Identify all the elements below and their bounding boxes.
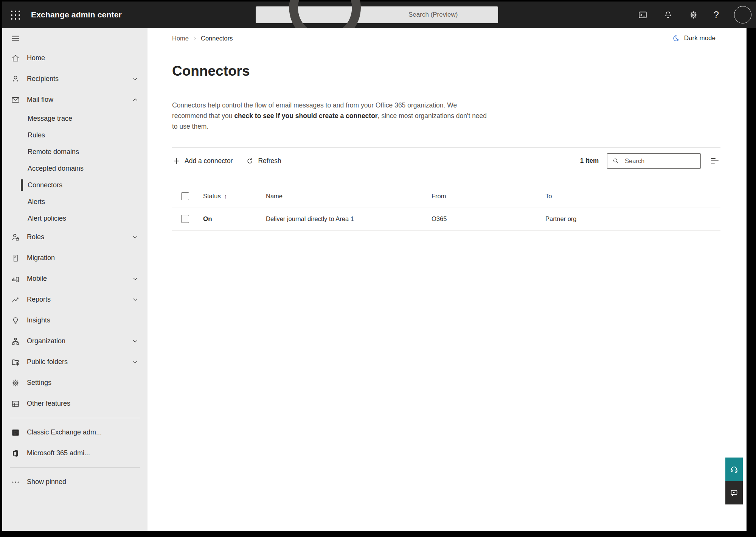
- chevron-down-icon[interactable]: [131, 296, 139, 304]
- sidebar-item-organization[interactable]: Organization: [2, 331, 147, 352]
- sidebar-item-connectors-selected[interactable]: Connectors: [2, 177, 147, 193]
- sidebar-item-reports[interactable]: Reports: [2, 289, 147, 310]
- ellipsis-icon: [11, 477, 20, 487]
- sidebar-item-public-folders[interactable]: Public folders: [2, 352, 147, 372]
- sidebar-item-label: Rules: [28, 131, 45, 139]
- person-icon: [11, 74, 20, 84]
- sidebar-item-label: Public folders: [27, 358, 68, 366]
- chevron-down-icon[interactable]: [131, 75, 139, 83]
- settings-gear-icon[interactable]: [688, 10, 699, 20]
- left-navigation: Home Recipients Mail flow Message trace …: [2, 28, 147, 531]
- sidebar-item-home[interactable]: Home: [2, 48, 147, 68]
- org-chart-icon: [11, 336, 20, 346]
- lightbulb-icon: [11, 316, 20, 325]
- page-title: Connectors: [172, 63, 250, 79]
- refresh-button[interactable]: Refresh: [245, 157, 281, 165]
- column-header-to[interactable]: To: [545, 193, 552, 199]
- chevron-up-icon[interactable]: [131, 96, 139, 104]
- sidebar-item-label: Alerts: [28, 198, 45, 206]
- help-icon[interactable]: ?: [714, 10, 719, 20]
- list-search-box[interactable]: [607, 153, 701, 169]
- chat-bubble-icon: [729, 488, 739, 498]
- hamburger-menu-icon[interactable]: [11, 33, 20, 43]
- sidebar-item-roles[interactable]: Roles: [2, 227, 147, 247]
- sidebar-item-settings[interactable]: Settings: [2, 372, 147, 393]
- sort-ascending-icon[interactable]: ↑: [224, 193, 227, 199]
- sidebar-item-label: Mobile: [27, 275, 47, 283]
- sidebar-item-label: Organization: [27, 337, 65, 345]
- account-avatar[interactable]: [734, 6, 751, 23]
- app-launcher-icon[interactable]: [11, 10, 20, 20]
- column-header-from[interactable]: From: [432, 193, 446, 199]
- sidebar-item-label: Recipients: [27, 75, 59, 83]
- sidebar-item-alert-policies[interactable]: Alert policies: [2, 210, 147, 227]
- connectors-table: Status ↑ Name From To On Deliver journal…: [172, 185, 720, 231]
- sidebar-item-migration[interactable]: Migration: [2, 247, 147, 268]
- feedback-chat-button[interactable]: [725, 481, 743, 504]
- sidebar-item-remote-domains[interactable]: Remote domains: [2, 143, 147, 160]
- global-search-box[interactable]: [256, 6, 498, 23]
- sidebar-divider: [10, 418, 140, 418]
- select-all-checkbox[interactable]: [181, 192, 189, 200]
- list-toolbar: Add a connector Refresh 1 item: [172, 148, 720, 174]
- chevron-down-icon[interactable]: [131, 358, 139, 366]
- refresh-icon: [245, 157, 254, 165]
- refresh-label: Refresh: [258, 157, 281, 165]
- filter-button[interactable]: [709, 155, 720, 167]
- filter-lines-icon: [709, 156, 720, 166]
- folder-globe-icon: [11, 357, 20, 367]
- sidebar-item-label: Show pinned: [27, 478, 66, 486]
- sidebar-item-microsoft-365-admin[interactable]: Microsoft 365 admi...: [2, 443, 147, 464]
- notifications-bell-icon[interactable]: [663, 10, 673, 20]
- sidebar-item-alerts[interactable]: Alerts: [2, 193, 147, 210]
- sidebar-item-label: Roles: [27, 233, 44, 241]
- breadcrumb-current: Connectors: [201, 35, 233, 42]
- sidebar-item-label: Insights: [27, 316, 50, 324]
- sidebar-item-other-features[interactable]: Other features: [2, 393, 147, 414]
- chevron-down-icon[interactable]: [131, 275, 139, 283]
- gear-icon: [11, 378, 20, 388]
- sidebar-item-message-trace[interactable]: Message trace: [2, 110, 147, 127]
- support-button-stack: [725, 458, 743, 504]
- sidebar-item-mail-flow[interactable]: Mail flow: [2, 89, 147, 110]
- sidebar-item-rules[interactable]: Rules: [2, 127, 147, 143]
- sidebar-item-label: Alert policies: [28, 215, 66, 223]
- global-search-input[interactable]: [408, 11, 493, 19]
- sidebar-item-label: Connectors: [28, 181, 62, 189]
- sidebar-item-accepted-domains[interactable]: Accepted domains: [2, 160, 147, 177]
- table-row[interactable]: On Deliver journal directly to Area 1 O3…: [172, 207, 720, 231]
- add-connector-button[interactable]: Add a connector: [172, 157, 233, 165]
- column-header-name[interactable]: Name: [266, 193, 283, 199]
- exchange-logo-icon: E: [11, 428, 20, 437]
- main-content: Home Connectors Dark mode Connectors Con…: [147, 28, 747, 531]
- breadcrumb-home-link[interactable]: Home: [172, 35, 189, 42]
- chevron-right-icon: [192, 36, 197, 41]
- table-header-row: Status ↑ Name From To: [172, 185, 720, 207]
- column-header-status[interactable]: Status: [203, 193, 221, 200]
- sidebar-item-label: Settings: [27, 379, 51, 387]
- sidebar-item-label: Message trace: [28, 115, 72, 123]
- sidebar-item-recipients[interactable]: Recipients: [2, 68, 147, 89]
- sidebar-item-classic-exchange-admin[interactable]: E Classic Exchange adm...: [2, 422, 147, 443]
- list-search-input[interactable]: [624, 157, 696, 165]
- chevron-down-icon[interactable]: [131, 233, 139, 241]
- breadcrumb: Home Connectors: [172, 33, 233, 44]
- powershell-terminal-icon[interactable]: [638, 10, 648, 20]
- sidebar-item-label: Classic Exchange adm...: [27, 428, 102, 436]
- topbar-icon-group: ?: [638, 2, 751, 28]
- sidebar-item-insights[interactable]: Insights: [2, 310, 147, 331]
- selected-indicator: [21, 179, 23, 191]
- connector-status: On: [203, 215, 212, 223]
- person-briefcase-icon: [11, 232, 20, 242]
- check-connector-link[interactable]: check to see if you should create a conn…: [234, 112, 377, 120]
- sidebar-item-label: Microsoft 365 admi...: [27, 449, 90, 457]
- home-icon: [11, 53, 20, 63]
- connector-name[interactable]: Deliver journal directly to Area 1: [266, 215, 354, 222]
- row-checkbox[interactable]: [181, 215, 189, 223]
- sidebar-item-show-pinned[interactable]: Show pinned: [2, 472, 147, 492]
- help-support-button[interactable]: [725, 458, 743, 481]
- chevron-down-icon[interactable]: [131, 337, 139, 345]
- sidebar-item-mobile[interactable]: Mobile: [2, 268, 147, 289]
- dark-mode-toggle[interactable]: Dark mode: [672, 34, 716, 42]
- item-count: 1 item: [580, 157, 599, 165]
